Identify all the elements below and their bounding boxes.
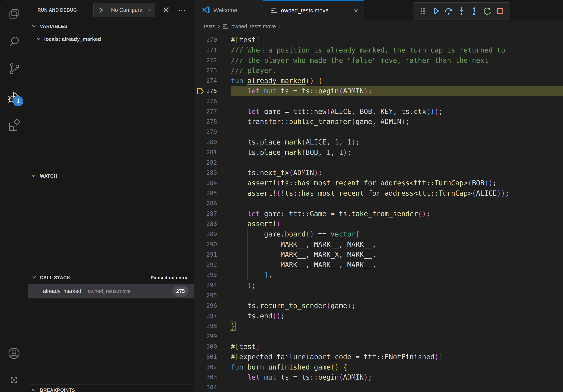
debug-config-dropdown[interactable]: No Configura <box>93 3 155 17</box>
line-number[interactable]: 294 <box>194 280 217 290</box>
step-over-button[interactable] <box>443 5 454 17</box>
code-text[interactable]: let mut ts = ts::begin(ADMIN); <box>231 86 372 96</box>
debug-session-badge: 1 <box>13 96 23 106</box>
code-text[interactable]: fun already_marked() { <box>231 76 322 86</box>
drag-grip-icon[interactable] <box>417 5 428 17</box>
settings-gear-icon[interactable] <box>8 373 21 386</box>
code-text[interactable]: transfer::public_transfer(game, ADMIN); <box>231 117 409 127</box>
search-icon[interactable] <box>8 35 21 48</box>
variables-scope-row[interactable]: locals: already_marked <box>28 34 194 44</box>
breadcrumb-item[interactable]: ... <box>283 24 288 30</box>
line-number[interactable]: 293 <box>194 270 217 280</box>
code-line: 291 MARK__, MARK_X, MARK__, <box>194 249 563 260</box>
line-number[interactable]: 271 <box>194 45 217 55</box>
code-text[interactable]: ts.place_mark(ALICE, 1, 1); <box>231 137 360 147</box>
breadcrumb-item[interactable]: tests <box>204 24 215 30</box>
code-text[interactable]: let game: ttt::Game = ts.take_from_sende… <box>231 209 430 219</box>
code-text[interactable]: /// When a position is already marked, t… <box>231 45 505 55</box>
line-number[interactable]: 292 <box>194 260 217 270</box>
line-number[interactable]: 274 <box>194 76 217 86</box>
line-number[interactable]: 287 <box>194 209 217 219</box>
line-number[interactable]: 298 <box>194 321 217 331</box>
call-stack-frame-row[interactable]: already_marked owned_tests.move 275 <box>28 284 194 299</box>
section-watch[interactable]: WATCH <box>28 171 194 181</box>
section-call-stack[interactable]: CALL STACK Paused on entry <box>28 273 194 283</box>
line-number[interactable]: 290 <box>194 239 217 249</box>
line-number[interactable]: 300 <box>194 341 217 352</box>
code-text[interactable]: ts.end(); <box>231 311 285 321</box>
section-variables[interactable]: VARIABLES <box>28 21 194 32</box>
code-text[interactable]: MARK__, MARK_X, MARK__, <box>231 249 376 260</box>
explorer-icon[interactable] <box>8 8 21 21</box>
code-text[interactable]: #[test] <box>231 35 260 45</box>
line-number[interactable]: 291 <box>194 249 217 260</box>
line-number[interactable]: 303 <box>194 372 217 382</box>
code-text[interactable]: ts.return_to_sender(game); <box>231 301 356 311</box>
more-actions-icon[interactable]: ⋯ <box>176 4 187 15</box>
close-icon[interactable]: × <box>354 7 358 14</box>
code-text[interactable]: ], <box>231 270 272 280</box>
code-text[interactable]: /// player. <box>231 65 277 76</box>
line-number[interactable]: 286 <box>194 198 217 209</box>
extensions-icon[interactable] <box>8 118 21 131</box>
run-and-debug-icon[interactable]: 1 <box>8 91 21 104</box>
line-number[interactable]: 301 <box>194 352 217 362</box>
code-text[interactable]: assert!(!ts::has_most_recent_for_address… <box>231 188 509 198</box>
code-text[interactable]: MARK__, MARK__, MARK__, <box>231 260 376 270</box>
code-text[interactable]: game.board() == vector[ <box>231 229 360 239</box>
code-text[interactable]: MARK__, MARK__, MARK__, <box>231 239 376 249</box>
code-text[interactable]: ); <box>231 280 256 290</box>
section-breakpoints[interactable]: BREAKPOINTS <box>28 385 194 392</box>
line-number[interactable]: 304 <box>194 382 217 392</box>
line-number[interactable]: 299 <box>194 331 217 341</box>
start-debug-icon[interactable] <box>93 3 108 17</box>
line-number[interactable]: 285 <box>194 188 217 198</box>
line-number[interactable]: 280 <box>194 137 217 147</box>
line-number[interactable]: 302 <box>194 362 217 372</box>
stop-button[interactable] <box>495 5 505 17</box>
line-number[interactable]: 278 <box>194 117 217 127</box>
line-number[interactable]: 289 <box>194 229 217 239</box>
code-text[interactable]: let game = ttt::new(ALICE, BOB, KEY, ts.… <box>231 106 443 117</box>
breadcrumb-item[interactable]: owned_tests.move <box>231 24 276 30</box>
code-text[interactable]: #[expected_failure(abort_code = ttt::ENo… <box>231 352 443 362</box>
line-number[interactable]: 279 <box>194 127 217 137</box>
line-number[interactable]: 272 <box>194 55 217 65</box>
line-number[interactable]: 273 <box>194 65 217 76</box>
line-number[interactable]: 288 <box>194 219 217 229</box>
step-into-button[interactable] <box>456 5 467 17</box>
code-line: 297 ts.end(); <box>194 311 563 321</box>
code-text[interactable]: } <box>231 321 235 331</box>
code-text[interactable]: #[test] <box>231 341 260 352</box>
line-number[interactable]: 295 <box>194 290 217 301</box>
code-line: 273/// player. <box>194 65 563 76</box>
code-text[interactable]: fun burn_unfinished_game() { <box>231 362 347 372</box>
line-number[interactable]: 276 <box>194 96 217 106</box>
indent-guide <box>231 96 231 106</box>
code-line: 274fun already_marked() { <box>194 76 563 86</box>
line-number[interactable]: 284 <box>194 178 217 188</box>
code-text[interactable]: ts.next_tx(ADMIN); <box>231 168 322 178</box>
tab-owned-tests[interactable]: owned_tests.move × <box>263 0 364 21</box>
line-number[interactable]: 297 <box>194 311 217 321</box>
line-number[interactable]: 277 <box>194 106 217 117</box>
line-number[interactable]: 283 <box>194 168 217 178</box>
code-text[interactable]: ts.place_mark(BOB, 1, 1); <box>231 147 351 157</box>
step-out-button[interactable] <box>469 5 480 17</box>
restart-button[interactable] <box>482 5 493 17</box>
debug-settings-gear-icon[interactable] <box>161 4 172 15</box>
line-number[interactable]: 270 <box>194 35 217 45</box>
line-number[interactable]: 296 <box>194 301 217 311</box>
tab-welcome[interactable]: Welcome <box>194 0 263 21</box>
code-text[interactable]: assert!( <box>231 219 281 229</box>
line-number[interactable]: 282 <box>194 157 217 168</box>
line-number[interactable]: 281 <box>194 147 217 157</box>
source-control-icon[interactable] <box>8 62 21 75</box>
account-icon[interactable] <box>8 347 21 360</box>
code-text[interactable]: let mut ts = ts::begin(ADMIN); <box>231 372 372 382</box>
code-line: 292 MARK__, MARK__, MARK__, <box>194 260 563 270</box>
continue-button[interactable] <box>430 5 441 17</box>
code-text[interactable]: assert!(ts::has_most_recent_for_address<… <box>231 178 497 188</box>
current-line-marker-icon <box>197 87 205 95</box>
code-text[interactable]: /// the player who made the "false" move… <box>231 55 488 65</box>
